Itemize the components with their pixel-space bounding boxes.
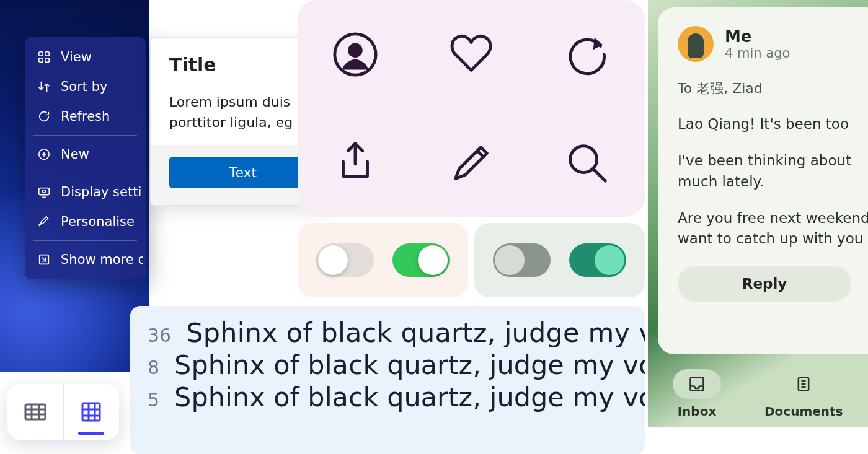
toggle-dark-off[interactable] [493,243,551,277]
menu-item-view[interactable]: View [27,42,143,72]
menu-label: Show more options [61,252,143,267]
inbox-icon [688,375,706,393]
svg-rect-3 [45,58,49,62]
user-icon [331,30,379,79]
body-line: Are you free next weekendwant to catch u… [678,208,868,250]
card-title: Title [169,54,317,76]
menu-item-personalise[interactable]: Personalise [27,207,143,237]
type-size-label: 5 [148,389,159,411]
heart-icon [447,30,495,79]
body-line: I've been thinking aboutmuch lately. [678,151,868,192]
sender-name: Me [725,27,790,46]
reply-button[interactable]: Reply [678,266,851,302]
grid-view-button[interactable] [64,384,120,440]
toggle-panel-dark [474,223,645,297]
type-row: 5 Sphinx of black quartz, judge my vow [130,382,645,413]
type-size-label: 36 [148,325,171,346]
active-indicator [78,432,104,435]
menu-label: New [61,147,89,162]
svg-rect-5 [39,188,50,195]
svg-rect-11 [25,404,45,419]
grid-icon [37,50,51,64]
display-icon [37,185,51,199]
view-mode-switcher [7,384,119,440]
menu-separator [33,240,137,241]
card-text-line: porttitor ligula, eg [169,112,317,133]
card-primary-button[interactable]: Text [169,157,317,188]
pencil-icon [447,139,495,187]
sort-icon [37,80,51,94]
list-view-button[interactable] [7,384,63,440]
toggle-light-on[interactable] [392,243,450,277]
menu-label: Sort by [61,79,107,94]
svg-rect-2 [39,58,43,62]
svg-rect-1 [45,52,49,56]
plus-circle-icon [37,147,51,161]
type-sample-text: Sphinx of black quartz, judge my vow [174,382,645,413]
toggle-light-off[interactable] [316,243,374,277]
body-line: Lao Qiang! It's been too [678,114,868,134]
brush-icon [37,215,51,229]
svg-rect-0 [39,52,43,56]
menu-separator [33,173,137,173]
menu-item-display-settings[interactable]: Display settings [27,177,143,207]
share-icon [331,139,379,187]
svg-point-6 [43,190,46,193]
table-icon [23,399,48,424]
svg-point-10 [570,146,596,172]
svg-rect-12 [82,403,100,421]
nav-label: Documents [764,404,843,419]
message-body: Lao Qiang! It's been too I've been think… [678,114,868,250]
type-specimen-panel: 36 Sphinx of black quartz, judge my vow!… [130,306,645,454]
mail-app-panel: Me 4 min ago To 老强, Ziad Lao Qiang! It's… [648,0,868,427]
card-text-line: Lorem ipsum duis [169,92,317,112]
menu-label: View [61,50,92,64]
expand-icon [37,253,51,266]
menu-label: Refresh [61,109,110,124]
menu-label: Display settings [61,185,143,199]
nav-label: Inbox [673,404,721,419]
mail-message-card: Me 4 min ago To 老强, Ziad Lao Qiang! It's… [658,7,868,354]
menu-item-new[interactable]: New [27,139,143,169]
menu-item-show-more[interactable]: Show more options [27,245,143,274]
type-sample-text: Sphinx of black quartz, judge my vow! [174,349,645,380]
grid-icon [79,399,104,424]
icon-showcase-panel [298,0,645,217]
nav-inbox[interactable]: Inbox [673,369,721,419]
sender-avatar[interactable] [678,26,714,62]
menu-item-refresh[interactable]: Refresh [27,102,143,131]
type-row: 36 Sphinx of black quartz, judge my vow!… [130,317,645,348]
recipients-line: To 老强, Ziad [678,79,868,98]
toggle-dark-on[interactable] [569,243,627,277]
mail-bottom-nav: Inbox Documents [658,362,868,419]
svg-point-9 [348,43,363,57]
nav-documents[interactable]: Documents [764,369,843,419]
toggle-panel-light [298,223,468,297]
type-row: 8 Sphinx of black quartz, judge my vow! [130,349,645,380]
search-icon [563,139,611,187]
desktop-context-menu: View Sort by Refresh New Display setting… [25,37,146,279]
menu-label: Personalise [61,214,135,229]
type-size-label: 8 [148,357,159,378]
refresh-icon [37,110,51,123]
menu-separator [33,135,137,136]
reload-icon [563,30,611,79]
type-sample-text: Sphinx of black quartz, judge my vow! 12 [186,317,645,348]
document-icon [795,375,812,393]
menu-item-sort[interactable]: Sort by [27,72,143,102]
message-timestamp: 4 min ago [725,46,790,61]
